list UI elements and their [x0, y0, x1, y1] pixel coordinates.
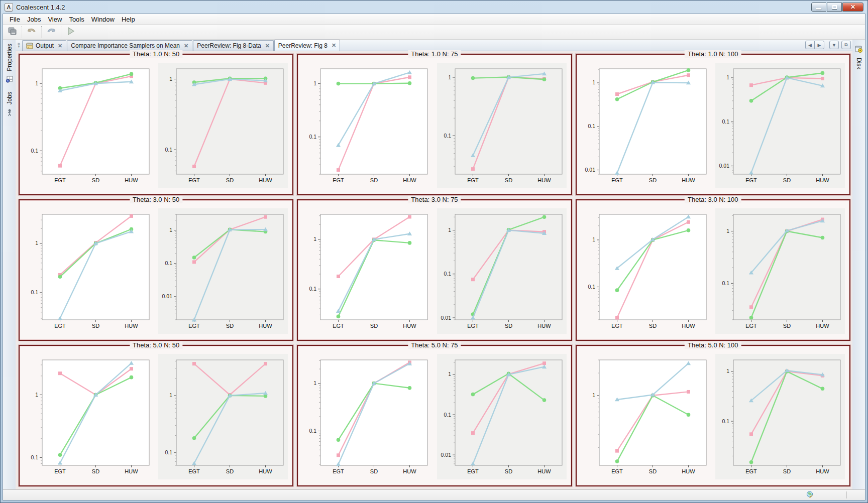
line-chart: 10.1EGTSDHUW	[158, 354, 288, 479]
svg-text:0.01: 0.01	[719, 163, 729, 169]
svg-text:HUW: HUW	[816, 468, 829, 474]
scroll-right-icon[interactable]: ▶	[815, 41, 824, 49]
svg-text:SD: SD	[226, 177, 234, 183]
window-list-icon[interactable]: ⁑	[18, 43, 20, 49]
close-button[interactable]: ✕	[842, 3, 863, 12]
svg-text:EGT: EGT	[467, 323, 479, 329]
menu-help[interactable]: Help	[118, 15, 139, 24]
svg-text:EGT: EGT	[333, 468, 345, 474]
chart-panel-theta-5-0-n-100: Theta: 5.0 N: 1001EGTSDHUW10.1EGTSDHUW	[576, 345, 850, 486]
svg-text:0.01: 0.01	[441, 452, 451, 458]
line-chart: 10.10.01EGTSDHUW	[158, 208, 288, 334]
svg-text:HUW: HUW	[682, 177, 695, 183]
run-icon	[66, 26, 75, 38]
menu-file[interactable]: File	[6, 15, 24, 24]
svg-text:1: 1	[592, 79, 595, 85]
svg-text:0.01: 0.01	[162, 293, 173, 299]
line-chart: 10.1EGTSDHUW	[24, 208, 154, 334]
chart-panel-theta-3-0-n-50: Theta: 3.0 N: 5010.1EGTSDHUW10.10.01EGTS…	[19, 199, 293, 341]
menu-tools[interactable]: Tools	[65, 15, 87, 24]
tab-close-icon[interactable]: ✕	[58, 43, 62, 49]
maximize-button[interactable]	[827, 3, 842, 12]
svg-text:HUW: HUW	[259, 323, 273, 329]
copy-button[interactable]	[5, 26, 19, 39]
svg-text:EGT: EGT	[467, 468, 479, 474]
svg-text:0.1: 0.1	[722, 280, 729, 286]
line-chart: 10.1EGTSDHUW	[302, 208, 432, 334]
app-window: Λ Coalescent 1.4.2 ✕ FileJobsViewToolsWi…	[0, 0, 868, 503]
svg-text:1: 1	[448, 227, 451, 233]
redo-button[interactable]	[44, 26, 58, 39]
line-chart: 10.10.01EGTSDHUW	[581, 63, 711, 188]
svg-text:EGT: EGT	[745, 468, 757, 474]
svg-text:SD: SD	[92, 323, 99, 329]
output-window-icon	[26, 43, 33, 49]
svg-text:HUW: HUW	[403, 468, 417, 474]
svg-text:0.1: 0.1	[309, 134, 317, 140]
statusbar-separator	[816, 491, 816, 498]
svg-text:SD: SD	[92, 177, 99, 183]
maximize-view-icon[interactable]: ⧉	[841, 41, 851, 49]
svg-text:1: 1	[448, 371, 451, 377]
svg-text:SD: SD	[649, 177, 657, 183]
tab-list-dropdown-icon[interactable]: ▼	[829, 41, 839, 49]
copy-icon	[7, 26, 17, 38]
svg-text:SD: SD	[504, 323, 512, 329]
line-chart: 10.1EGTSDHUW	[158, 63, 288, 188]
svg-text:SD: SD	[783, 323, 791, 329]
scroll-left-icon[interactable]: ◀	[805, 41, 815, 49]
svg-text:HUW: HUW	[682, 323, 695, 329]
tab-close-icon[interactable]: ✕	[265, 43, 270, 49]
close-icon: ✕	[850, 4, 855, 11]
tab-output[interactable]: Output✕	[22, 40, 66, 51]
sidebar-item-jobs[interactable]: Jobs	[6, 92, 13, 118]
minimize-button[interactable]	[811, 3, 826, 12]
svg-text:HUW: HUW	[403, 323, 417, 329]
svg-text:1: 1	[35, 240, 38, 246]
panel-title: Theta: 3.0 N: 50	[130, 196, 182, 203]
panel-title: Theta: 1.0 N: 100	[685, 50, 741, 58]
menu-window[interactable]: Window	[88, 15, 118, 24]
panel-title: Theta: 3.0 N: 100	[685, 196, 741, 203]
sidebar-item-label: Properties	[6, 44, 13, 71]
window-controls: ✕	[811, 3, 863, 12]
svg-text:EGT: EGT	[188, 323, 200, 329]
tab-label: Output	[36, 42, 54, 49]
menu-view[interactable]: View	[44, 15, 65, 24]
svg-text:1: 1	[314, 80, 317, 86]
svg-text:0.01: 0.01	[585, 167, 595, 173]
panel-title: Theta: 5.0 N: 100	[685, 341, 741, 349]
menu-jobs[interactable]: Jobs	[24, 15, 44, 24]
toolbar-separator	[61, 26, 61, 38]
tab-controls: ◀ ▶ ▼ ⧉	[805, 41, 851, 49]
panel-title: Theta: 1.0 N: 75	[408, 50, 461, 58]
tab-peerreview-fig-8[interactable]: PeerReview: Fig 8✕	[274, 40, 340, 51]
svg-text:EGT: EGT	[54, 323, 66, 329]
run-button[interactable]	[64, 26, 78, 39]
tab-close-icon[interactable]: ✕	[332, 42, 336, 49]
tab-strip: Output✕Compare Importance Samplers on Me…	[22, 40, 341, 51]
toolbar	[3, 25, 865, 40]
properties-icon	[6, 76, 13, 85]
chart-panel-theta-5-0-n-75: Theta: 5.0 N: 7510.1EGTSDHUW10.10.01EGTS…	[297, 345, 572, 486]
sidebar-item-disk[interactable]: Disk	[855, 44, 863, 69]
svg-text:SD: SD	[649, 323, 657, 329]
svg-text:SD: SD	[783, 468, 791, 474]
chart-panel-theta-1-0-n-100: Theta: 1.0 N: 10010.10.01EGTSDHUW10.10.0…	[576, 54, 850, 195]
undo-button[interactable]	[25, 26, 39, 39]
tab-label: Compare Importance Samplers on Mean	[71, 42, 180, 49]
svg-text:1: 1	[169, 76, 172, 82]
tab-compare-importance-samplers-on-mean[interactable]: Compare Importance Samplers on Mean✕	[67, 40, 192, 51]
svg-text:0.1: 0.1	[309, 286, 317, 292]
sidebar-item-properties[interactable]: Properties	[6, 44, 13, 85]
tab-peerreview-fig-8-data[interactable]: PeerReview: Fig 8-Data✕	[193, 40, 274, 51]
svg-text:EGT: EGT	[188, 177, 200, 183]
tab-close-icon[interactable]: ✕	[184, 43, 188, 49]
svg-text:0.1: 0.1	[309, 428, 317, 434]
chart-panel-theta-5-0-n-50: Theta: 5.0 N: 5010.1EGTSDHUW10.1EGTSDHUW	[19, 345, 293, 486]
title-bar[interactable]: Λ Coalescent 1.4.2 ✕	[3, 1, 865, 14]
toolbar-separator	[22, 26, 22, 38]
svg-text:1: 1	[448, 74, 451, 80]
svg-text:0.1: 0.1	[31, 148, 39, 154]
tab-label: PeerReview: Fig 8-Data	[197, 42, 261, 49]
